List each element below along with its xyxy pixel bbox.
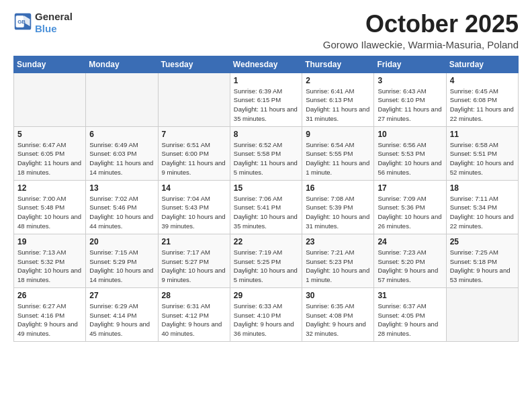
day-cell: 20Sunrise: 7:15 AMSunset: 5:29 PMDayligh…: [86, 234, 158, 287]
day-cell: 22Sunrise: 7:19 AMSunset: 5:25 PMDayligh…: [230, 234, 302, 287]
day-cell: 13Sunrise: 7:02 AMSunset: 5:46 PMDayligh…: [86, 180, 158, 234]
day-info: Sunrise: 7:17 AMSunset: 5:27 PMDaylight:…: [162, 248, 226, 285]
day-info: Sunrise: 7:00 AMSunset: 5:48 PMDaylight:…: [17, 194, 82, 231]
col-header-wednesday: Wednesday: [230, 56, 302, 73]
day-number: 16: [306, 183, 370, 193]
day-number: 12: [17, 183, 82, 193]
week-row-5: 26Sunrise: 6:27 AMSunset: 4:16 PMDayligh…: [14, 287, 519, 341]
day-cell: 26Sunrise: 6:27 AMSunset: 4:16 PMDayligh…: [14, 287, 86, 341]
day-number: 26: [17, 291, 82, 300]
calendar-table: SundayMondayTuesdayWednesdayThursdayFrid…: [13, 56, 519, 342]
day-info: Sunrise: 6:35 AMSunset: 4:08 PMDaylight:…: [306, 302, 370, 338]
day-number: 3: [378, 76, 442, 85]
day-info: Sunrise: 7:08 AMSunset: 5:39 PMDaylight:…: [306, 194, 370, 231]
day-number: 21: [162, 237, 226, 246]
day-cell: 31Sunrise: 6:37 AMSunset: 4:05 PMDayligh…: [374, 287, 446, 341]
day-info: Sunrise: 6:27 AMSunset: 4:16 PMDaylight:…: [17, 302, 82, 338]
day-cell: 3Sunrise: 6:43 AMSunset: 6:10 PMDaylight…: [374, 73, 446, 126]
day-cell: 2Sunrise: 6:41 AMSunset: 6:13 PMDaylight…: [302, 73, 374, 126]
day-info: Sunrise: 6:49 AMSunset: 6:03 PMDaylight:…: [89, 140, 154, 177]
day-info: Sunrise: 7:25 AMSunset: 5:18 PMDaylight:…: [450, 248, 515, 285]
day-number: 31: [378, 291, 442, 300]
day-cell: 8Sunrise: 6:52 AMSunset: 5:58 PMDaylight…: [230, 126, 302, 180]
day-cell: 27Sunrise: 6:29 AMSunset: 4:14 PMDayligh…: [86, 287, 158, 341]
logo-blue: Blue: [35, 23, 57, 34]
day-info: Sunrise: 6:45 AMSunset: 6:08 PMDaylight:…: [450, 87, 515, 124]
day-info: Sunrise: 6:33 AMSunset: 4:10 PMDaylight:…: [234, 302, 298, 338]
day-cell: 18Sunrise: 7:11 AMSunset: 5:34 PMDayligh…: [446, 180, 518, 234]
day-cell: 30Sunrise: 6:35 AMSunset: 4:08 PMDayligh…: [302, 287, 374, 341]
day-info: Sunrise: 6:58 AMSunset: 5:51 PMDaylight:…: [450, 140, 515, 177]
week-row-2: 5Sunrise: 6:47 AMSunset: 6:05 PMDaylight…: [14, 126, 519, 180]
day-number: 14: [162, 183, 226, 193]
day-cell: 29Sunrise: 6:33 AMSunset: 4:10 PMDayligh…: [230, 287, 302, 341]
day-info: Sunrise: 6:56 AMSunset: 5:53 PMDaylight:…: [378, 140, 442, 177]
day-cell: 14Sunrise: 7:04 AMSunset: 5:43 PMDayligh…: [158, 180, 230, 234]
day-cell: [158, 73, 230, 126]
day-number: 10: [378, 130, 442, 139]
day-cell: 25Sunrise: 7:25 AMSunset: 5:18 PMDayligh…: [446, 234, 518, 287]
day-cell: 21Sunrise: 7:17 AMSunset: 5:27 PMDayligh…: [158, 234, 230, 287]
day-cell: 15Sunrise: 7:06 AMSunset: 5:41 PMDayligh…: [230, 180, 302, 234]
week-row-1: 1Sunrise: 6:39 AMSunset: 6:15 PMDaylight…: [14, 73, 519, 126]
col-header-thursday: Thursday: [302, 56, 374, 73]
day-number: 23: [306, 237, 370, 246]
header: GB General Blue October 2025 Gorowo Ilaw…: [13, 11, 519, 50]
col-header-monday: Monday: [86, 56, 158, 73]
col-header-sunday: Sunday: [14, 56, 86, 73]
day-info: Sunrise: 7:09 AMSunset: 5:36 PMDaylight:…: [378, 194, 442, 231]
day-cell: 19Sunrise: 7:13 AMSunset: 5:32 PMDayligh…: [14, 234, 86, 287]
day-info: Sunrise: 6:29 AMSunset: 4:14 PMDaylight:…: [89, 302, 154, 338]
day-info: Sunrise: 6:43 AMSunset: 6:10 PMDaylight:…: [378, 87, 442, 124]
day-cell: [14, 73, 86, 126]
day-number: 8: [234, 130, 298, 139]
day-number: 27: [89, 291, 154, 300]
day-number: 25: [450, 237, 515, 246]
logo-general: General: [35, 11, 73, 22]
day-number: 17: [378, 183, 442, 193]
day-info: Sunrise: 7:15 AMSunset: 5:29 PMDaylight:…: [89, 248, 154, 285]
day-info: Sunrise: 6:31 AMSunset: 4:12 PMDaylight:…: [162, 302, 226, 338]
day-info: Sunrise: 6:51 AMSunset: 6:00 PMDaylight:…: [162, 140, 226, 177]
day-cell: [86, 73, 158, 126]
logo: GB General Blue: [13, 11, 73, 35]
day-info: Sunrise: 7:21 AMSunset: 5:23 PMDaylight:…: [306, 248, 370, 285]
day-cell: 23Sunrise: 7:21 AMSunset: 5:23 PMDayligh…: [302, 234, 374, 287]
day-cell: 4Sunrise: 6:45 AMSunset: 6:08 PMDaylight…: [446, 73, 518, 126]
day-cell: 11Sunrise: 6:58 AMSunset: 5:51 PMDayligh…: [446, 126, 518, 180]
svg-text:GB: GB: [17, 19, 26, 25]
day-info: Sunrise: 6:37 AMSunset: 4:05 PMDaylight:…: [378, 302, 442, 338]
day-cell: 17Sunrise: 7:09 AMSunset: 5:36 PMDayligh…: [374, 180, 446, 234]
day-number: 1: [234, 76, 298, 85]
day-info: Sunrise: 7:06 AMSunset: 5:41 PMDaylight:…: [234, 194, 298, 231]
day-cell: 16Sunrise: 7:08 AMSunset: 5:39 PMDayligh…: [302, 180, 374, 234]
day-info: Sunrise: 7:23 AMSunset: 5:20 PMDaylight:…: [378, 248, 442, 285]
day-info: Sunrise: 6:39 AMSunset: 6:15 PMDaylight:…: [234, 87, 298, 124]
day-number: 30: [306, 291, 370, 300]
day-cell: 7Sunrise: 6:51 AMSunset: 6:00 PMDaylight…: [158, 126, 230, 180]
day-cell: 1Sunrise: 6:39 AMSunset: 6:15 PMDaylight…: [230, 73, 302, 126]
day-info: Sunrise: 7:11 AMSunset: 5:34 PMDaylight:…: [450, 194, 515, 231]
day-cell: 5Sunrise: 6:47 AMSunset: 6:05 PMDaylight…: [14, 126, 86, 180]
day-info: Sunrise: 7:19 AMSunset: 5:25 PMDaylight:…: [234, 248, 298, 285]
day-number: 2: [306, 76, 370, 85]
day-number: 4: [450, 76, 515, 85]
week-row-3: 12Sunrise: 7:00 AMSunset: 5:48 PMDayligh…: [14, 180, 519, 234]
day-number: 9: [306, 130, 370, 139]
day-number: 28: [162, 291, 226, 300]
day-cell: [446, 287, 518, 341]
header-row: SundayMondayTuesdayWednesdayThursdayFrid…: [14, 56, 519, 73]
week-row-4: 19Sunrise: 7:13 AMSunset: 5:32 PMDayligh…: [14, 234, 519, 287]
day-cell: 24Sunrise: 7:23 AMSunset: 5:20 PMDayligh…: [374, 234, 446, 287]
day-cell: 9Sunrise: 6:54 AMSunset: 5:55 PMDaylight…: [302, 126, 374, 180]
day-info: Sunrise: 7:13 AMSunset: 5:32 PMDaylight:…: [17, 248, 82, 285]
col-header-tuesday: Tuesday: [158, 56, 230, 73]
col-header-friday: Friday: [374, 56, 446, 73]
col-header-saturday: Saturday: [446, 56, 518, 73]
day-number: 29: [234, 291, 298, 300]
day-info: Sunrise: 6:41 AMSunset: 6:13 PMDaylight:…: [306, 87, 370, 124]
day-number: 20: [89, 237, 154, 246]
day-number: 11: [450, 130, 515, 139]
day-number: 6: [89, 130, 154, 139]
day-cell: 6Sunrise: 6:49 AMSunset: 6:03 PMDaylight…: [86, 126, 158, 180]
